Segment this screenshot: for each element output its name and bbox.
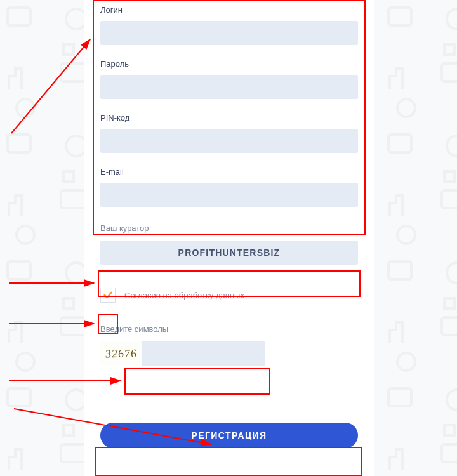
registration-form-card: Логин Пароль PIN-код E-mail Ваш куратор … — [84, 0, 374, 476]
password-label: Пароль — [100, 59, 358, 69]
pin-input[interactable] — [100, 129, 358, 153]
captcha-code: 32676 — [105, 347, 137, 360]
email-input[interactable] — [100, 183, 358, 207]
password-input[interactable] — [100, 75, 358, 99]
login-label: Логин — [100, 5, 358, 15]
svg-line-0 — [11, 39, 90, 133]
pin-label: PIN-код — [100, 113, 358, 122]
consent-label: Согласие на обработку данных — [124, 291, 244, 300]
fields-group: Логин Пароль PIN-код E-mail — [84, 5, 374, 207]
check-icon — [103, 290, 113, 300]
pin-field-wrap: PIN-код — [100, 113, 358, 153]
email-label: E-mail — [100, 167, 358, 176]
captcha-row: 32676 — [100, 341, 265, 366]
login-field-wrap: Логин — [100, 5, 358, 45]
captcha-input[interactable] — [142, 341, 265, 366]
email-field-wrap: E-mail — [100, 167, 358, 207]
login-input[interactable] — [100, 21, 358, 45]
captcha-image: 32676 — [100, 341, 142, 366]
captcha-label: Введите символы — [100, 324, 374, 334]
submit-wrap: РЕГИСТРАЦИЯ — [100, 423, 358, 448]
curator-label: Ваш куратор — [100, 223, 374, 233]
register-button[interactable]: РЕГИСТРАЦИЯ — [100, 423, 358, 448]
password-field-wrap: Пароль — [100, 59, 358, 99]
consent-checkbox[interactable] — [100, 288, 116, 303]
consent-row: Согласие на обработку данных — [100, 288, 358, 303]
curator-value: PROFITHUNTERSBIZ — [100, 241, 358, 265]
